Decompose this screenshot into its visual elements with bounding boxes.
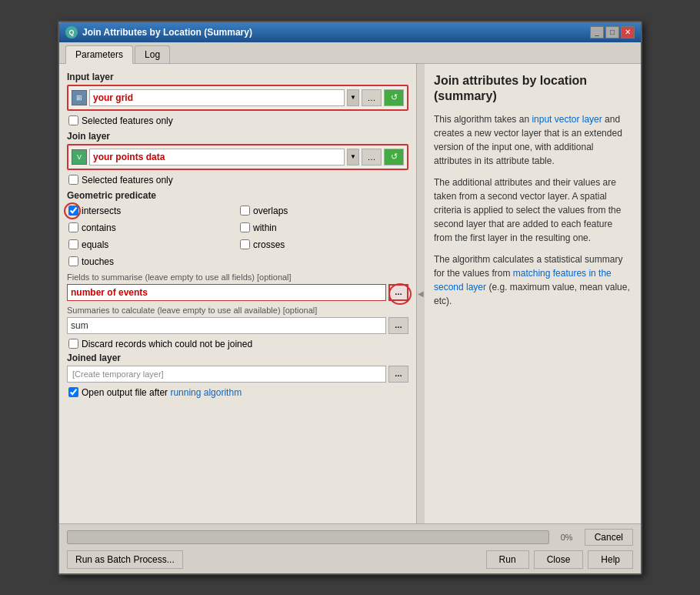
intersects-row: intersects xyxy=(67,206,237,216)
summaries-input[interactable] xyxy=(67,317,386,334)
contains-checkbox[interactable] xyxy=(68,222,78,232)
fields-browse-button[interactable]: … xyxy=(388,284,408,301)
joined-layer-browse[interactable]: … xyxy=(388,366,408,383)
left-panel: Input layer ⊞ your grid ▼ … ↺ Selected f… xyxy=(59,64,417,523)
action-buttons: Run Close Help xyxy=(486,550,633,569)
tabs-bar: Parameters Log xyxy=(59,42,641,64)
main-window: Q Join Attributes by Location (Summary) … xyxy=(58,21,642,575)
joined-layer-input[interactable]: [Create temporary layer] xyxy=(67,366,386,383)
intersects-label: intersects xyxy=(82,206,121,216)
joined-layer-row: [Create temporary layer] … xyxy=(67,366,408,383)
input-layer-value: your grid xyxy=(93,92,133,103)
equals-label: equals xyxy=(82,239,108,250)
geometric-predicate-label: Geometric predicate xyxy=(67,190,408,201)
highlight-matching: matching features in the second layer xyxy=(434,268,612,292)
help-para-2: The additional attributes and their valu… xyxy=(434,175,632,245)
progress-bar xyxy=(67,530,549,544)
highlight-input-vector: input vector layer xyxy=(532,114,602,125)
intersects-checkbox[interactable] xyxy=(68,206,78,216)
input-layer-arrow[interactable]: ▼ xyxy=(347,89,359,106)
help-para-1: This algorithm takes an input vector lay… xyxy=(434,112,632,168)
help-title: Join attributes by location (summary) xyxy=(434,73,632,105)
right-panel: Join attributes by location (summary) Th… xyxy=(425,64,641,523)
open-output-checkbox[interactable] xyxy=(68,387,78,397)
help-button[interactable]: Help xyxy=(588,550,633,569)
title-bar-left: Q Join Attributes by Location (Summary) xyxy=(65,26,252,38)
fields-row: … xyxy=(67,284,408,301)
join-layer-group: V your points data ▼ … ↺ xyxy=(67,144,408,170)
input-layer-label: Input layer xyxy=(67,72,408,82)
panel-divider[interactable]: ◀ xyxy=(417,64,425,523)
join-layer-arrow[interactable]: ▼ xyxy=(347,149,359,165)
help-para-3: The algorithm calculates a statistical s… xyxy=(434,252,632,308)
fields-browse-dots: … xyxy=(395,288,402,296)
selected-only-2-checkbox[interactable] xyxy=(68,175,78,185)
overlaps-row: overlaps xyxy=(238,206,408,216)
maximize-button[interactable]: □ xyxy=(605,26,619,38)
close-button[interactable]: ✕ xyxy=(621,26,635,38)
discard-label: Discard records which could not be joine… xyxy=(82,339,252,349)
predicate-grid: intersects overlaps contains within equa… xyxy=(67,203,408,269)
window-title: Join Attributes by Location (Summary) xyxy=(82,27,252,38)
close-dialog-button[interactable]: Close xyxy=(534,550,584,569)
tab-parameters[interactable]: Parameters xyxy=(65,45,133,64)
minimize-button[interactable]: _ xyxy=(590,26,604,38)
discard-checkbox[interactable] xyxy=(68,339,78,349)
contains-row: contains xyxy=(67,222,237,233)
summaries-row: … xyxy=(67,317,408,334)
fields-input[interactable] xyxy=(67,284,386,301)
input-layer-group: ⊞ your grid ▼ … ↺ xyxy=(67,85,408,111)
cancel-button[interactable]: Cancel xyxy=(585,529,633,546)
fields-label: Fields to summarise (leave empty to use … xyxy=(67,272,408,282)
join-layer-label: Join layer xyxy=(67,131,408,142)
selected-only-1-label: Selected features only xyxy=(82,115,173,126)
bottom-bar: 0% Cancel Run as Batch Process... Run Cl… xyxy=(59,523,641,573)
crosses-label: crosses xyxy=(253,239,285,250)
input-layer-combo[interactable]: your grid xyxy=(89,89,345,106)
join-layer-combo[interactable]: your points data xyxy=(89,149,345,165)
joined-layer-label: Joined layer xyxy=(67,353,408,363)
overlaps-label: overlaps xyxy=(253,206,288,216)
input-layer-row: ⊞ your grid ▼ … ↺ xyxy=(72,89,404,106)
input-layer-refresh[interactable]: ↺ xyxy=(384,89,404,106)
progress-percent: 0% xyxy=(555,533,578,542)
selected-only-2-label: Selected features only xyxy=(82,175,173,186)
within-row: within xyxy=(238,222,408,233)
join-layer-refresh[interactable]: ↺ xyxy=(384,149,404,165)
within-checkbox[interactable] xyxy=(240,222,250,232)
summaries-label: Summaries to calculate (leave empty to u… xyxy=(67,306,408,315)
crosses-row: crosses xyxy=(238,239,408,250)
crosses-checkbox[interactable] xyxy=(240,239,250,249)
join-layer-row: V your points data ▼ … ↺ xyxy=(72,149,404,165)
contains-label: contains xyxy=(82,222,116,233)
selected-only-1-row: Selected features only xyxy=(67,115,408,126)
run-button[interactable]: Run xyxy=(486,550,529,569)
buttons-row: Run as Batch Process... Run Close Help xyxy=(67,550,633,569)
selected-only-1-checkbox[interactable] xyxy=(68,115,78,125)
input-layer-browse[interactable]: … xyxy=(362,89,382,106)
input-layer-icon: ⊞ xyxy=(72,90,87,105)
open-output-row: Open output file after running algorithm xyxy=(67,387,408,398)
touches-row: touches xyxy=(67,256,237,267)
equals-checkbox[interactable] xyxy=(68,239,78,249)
selected-only-2-row: Selected features only xyxy=(67,175,408,186)
title-controls: _ □ ✕ xyxy=(590,26,635,38)
touches-checkbox[interactable] xyxy=(68,256,78,266)
tab-log[interactable]: Log xyxy=(135,45,170,63)
joined-layer-placeholder: [Create temporary layer] xyxy=(72,369,164,379)
divider-arrow: ◀ xyxy=(418,289,424,298)
title-bar: Q Join Attributes by Location (Summary) … xyxy=(59,22,641,42)
join-layer-value: your points data xyxy=(93,152,165,162)
summaries-browse-button[interactable]: … xyxy=(388,317,408,334)
app-icon: Q xyxy=(65,26,78,38)
content-area: Input layer ⊞ your grid ▼ … ↺ Selected f… xyxy=(59,64,641,523)
progress-row: 0% Cancel xyxy=(67,529,633,546)
overlaps-checkbox[interactable] xyxy=(240,206,250,216)
equals-row: equals xyxy=(67,239,237,250)
touches-label: touches xyxy=(82,256,114,267)
batch-button[interactable]: Run as Batch Process... xyxy=(67,550,183,569)
within-label: within xyxy=(253,222,277,233)
running-algorithm-text: running algorithm xyxy=(170,387,242,398)
join-layer-browse[interactable]: … xyxy=(362,149,382,165)
discard-row: Discard records which could not be joine… xyxy=(67,339,408,349)
